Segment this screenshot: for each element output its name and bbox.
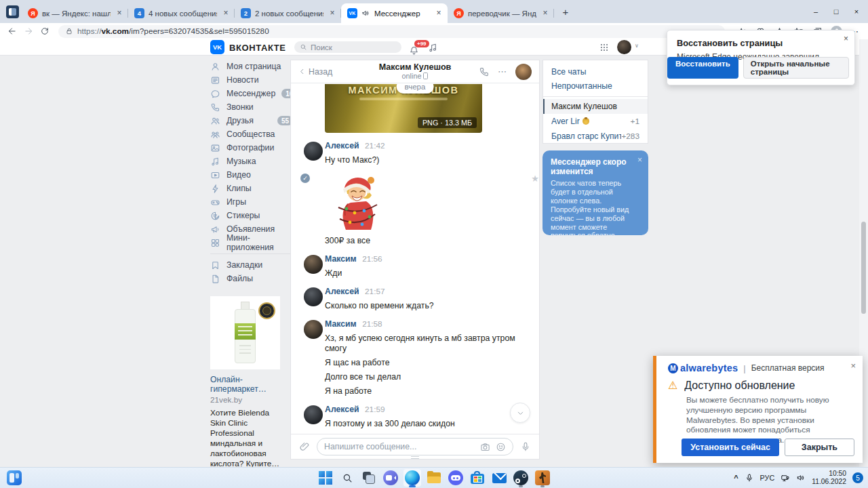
favorite-star-icon[interactable]: ★ [531, 174, 539, 184]
sidebar-item[interactable]: Фотографии [210, 141, 293, 155]
chat-filter-link[interactable]: Все чаты [543, 64, 648, 79]
browser-tab[interactable]: 4 4 новых сообщения × [128, 3, 235, 23]
vk-logo[interactable]: VK [210, 40, 224, 54]
sidebar-item[interactable]: Мини-приложения [210, 236, 293, 249]
edge-app-icon[interactable] [403, 469, 421, 487]
close-icon[interactable]: × [844, 34, 848, 43]
start-button[interactable] [317, 469, 334, 487]
sidebar-item[interactable]: Мессенджер 169 [210, 87, 293, 100]
sidebar-item[interactable]: Файлы [210, 272, 293, 285]
search-input[interactable]: Поиск [294, 41, 401, 53]
mail-app-icon[interactable] [490, 469, 508, 487]
apps-grid-icon[interactable] [599, 43, 609, 52]
volume-icon[interactable] [796, 473, 806, 483]
avatar[interactable] [304, 142, 323, 161]
tab-close-icon[interactable]: × [115, 9, 124, 18]
new-tab-button[interactable]: + [559, 5, 572, 19]
open-start-pages-button[interactable]: Открыть начальные страницы [743, 57, 849, 79]
message-author-link[interactable]: Алексей [325, 287, 359, 296]
tab-close-icon[interactable]: × [434, 9, 443, 18]
selected-check-icon[interactable]: ✓ [300, 174, 310, 183]
voice-message-icon[interactable] [520, 441, 531, 452]
message-author-link[interactable]: Алексей [325, 141, 359, 150]
avatar[interactable] [304, 320, 323, 339]
tray-mic-icon[interactable] [745, 473, 754, 483]
browser-tab[interactable]: Я переводчик — Яндекс: нашло × [448, 3, 554, 23]
browser-tab[interactable]: 2 2 новых сообщения × [235, 3, 341, 23]
window-maximize-button[interactable]: □ [826, 0, 846, 23]
scroll-to-bottom-button[interactable] [510, 403, 530, 423]
message-author-link[interactable]: Алексей [325, 405, 359, 414]
message-author-link[interactable]: Максим [325, 254, 357, 264]
sidebar-item[interactable]: Закладки [210, 258, 293, 272]
ad-product-image[interactable] [210, 296, 280, 369]
tab-actions-menu-button[interactable] [6, 5, 19, 18]
scrollbar-thumb[interactable] [861, 222, 866, 314]
profile-avatar[interactable] [617, 40, 631, 54]
window-close-button[interactable]: × [846, 0, 867, 23]
install-now-button[interactable]: Установить сейчас [682, 439, 779, 456]
window-minimize-button[interactable]: – [806, 0, 826, 23]
notifications-bell-icon[interactable]: +99 [409, 45, 422, 56]
taskbar-search-icon[interactable] [338, 469, 356, 487]
tab-close-icon[interactable]: × [221, 9, 231, 18]
back-button[interactable]: Назад [298, 67, 332, 77]
chat-list-item[interactable]: Максим Кулешов [543, 99, 648, 114]
close-button[interactable]: Закрыть [785, 439, 854, 456]
tray-expand-icon[interactable]: ^ [734, 474, 738, 482]
ad-title-link[interactable]: Онлайн-гипермаркет… [210, 375, 280, 394]
message-author-link[interactable]: Максим [325, 319, 357, 329]
chat-menu-icon[interactable]: ⋯ [498, 66, 507, 77]
sidebar-item[interactable]: Моя страница [210, 60, 293, 73]
vk-wordmark[interactable]: ВКОНТАКТЕ [229, 43, 286, 53]
address-bar[interactable]: https://vk.com/im?peers=632074535&sel=59… [58, 25, 725, 38]
avatar[interactable] [304, 405, 323, 424]
chat-filter-link[interactable]: Непрочитанные [543, 79, 648, 93]
notification-count-badge[interactable]: 5 [852, 472, 863, 483]
browser-tab[interactable]: VK Мессенджер × [341, 3, 448, 23]
sidebar-item[interactable]: Стикеры [210, 209, 293, 222]
tab-close-icon[interactable]: × [328, 9, 337, 18]
csgo-icon[interactable] [534, 469, 551, 487]
profile-chevron-icon[interactable]: ∨ [635, 43, 639, 49]
chat-app-icon[interactable] [382, 469, 399, 487]
sticker-image[interactable] [332, 174, 383, 232]
refresh-icon[interactable] [37, 24, 53, 38]
chat-list-item[interactable]: Бравл старс Купить/П… +283 [543, 129, 648, 144]
music-icon[interactable] [428, 43, 438, 53]
widgets-icon[interactable] [7, 470, 22, 485]
sidebar-item[interactable]: Клипы [210, 182, 293, 195]
message-input[interactable]: Напишите сообщение... [317, 438, 513, 455]
emoji-icon[interactable] [496, 442, 506, 452]
sidebar-item[interactable]: Звонки [210, 100, 293, 114]
sidebar-item[interactable]: Видео [210, 168, 293, 182]
microsoft-store-icon[interactable] [469, 469, 486, 487]
browser-tab[interactable]: Я вк — Яндекс: нашлось 70 млн × [22, 3, 128, 23]
camera-icon[interactable] [480, 442, 490, 452]
sidebar-item[interactable]: Сообщества [210, 127, 293, 141]
call-icon[interactable] [479, 66, 490, 77]
chat-list-item[interactable]: Aver Lir +1 [543, 114, 648, 129]
chat-peer-avatar[interactable] [515, 64, 532, 80]
network-icon[interactable] [781, 473, 790, 483]
sidebar-item[interactable]: Новости [210, 73, 293, 87]
sidebar-item[interactable]: Музыка [210, 155, 293, 168]
steam-icon[interactable] [512, 469, 530, 487]
discord-icon[interactable] [447, 469, 465, 487]
restore-button[interactable]: Восстановить [667, 57, 738, 79]
avatar[interactable] [304, 287, 323, 306]
sidebar-item[interactable]: Друзья 55 [210, 114, 293, 127]
tab-close-icon[interactable]: × [540, 9, 550, 18]
file-explorer-icon[interactable] [425, 469, 443, 487]
forward-icon[interactable] [20, 24, 37, 38]
sidebar-ad[interactable]: Онлайн-гипермаркет… 21vek.by Хотите Biel… [210, 296, 280, 469]
attach-icon[interactable] [299, 441, 310, 452]
close-icon[interactable]: × [637, 155, 642, 165]
resize-handle[interactable] [411, 456, 419, 459]
clock[interactable]: 10:50 11.06.2022 [812, 470, 846, 486]
sidebar-item[interactable]: Игры [210, 195, 293, 209]
back-icon[interactable] [4, 24, 20, 38]
language-indicator[interactable]: РУС [760, 474, 775, 482]
close-icon[interactable]: × [850, 361, 856, 371]
task-view-icon[interactable] [360, 469, 378, 487]
